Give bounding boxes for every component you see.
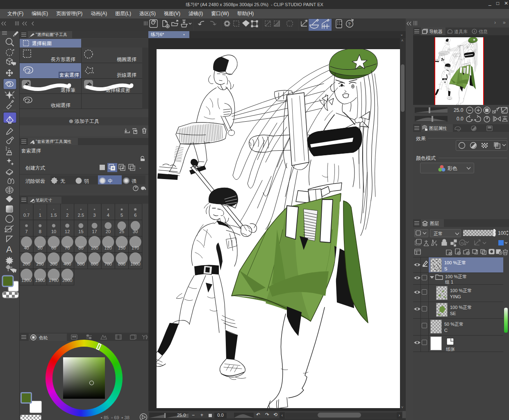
svg-text:200: 200 — [23, 261, 30, 266]
svg-text:150: 150 — [118, 245, 125, 250]
svg-text:0.7: 0.7 — [23, 213, 30, 218]
svg-text:100: 100 — [91, 245, 98, 250]
svg-text:2.5: 2.5 — [78, 213, 84, 218]
svg-text:2: 2 — [66, 213, 68, 218]
svg-text:10: 10 — [51, 229, 56, 234]
svg-text:500: 500 — [77, 261, 84, 266]
svg-text:800: 800 — [118, 261, 125, 266]
svg-text:1700: 1700 — [49, 278, 59, 283]
svg-text:12: 12 — [65, 229, 70, 234]
svg-text:1000: 1000 — [130, 261, 140, 266]
svg-text:70: 70 — [65, 245, 70, 250]
svg-text:7: 7 — [25, 229, 28, 234]
svg-text:50: 50 — [38, 245, 43, 250]
svg-text:20: 20 — [106, 229, 111, 234]
svg-text:1: 1 — [39, 213, 41, 218]
svg-text:15: 15 — [78, 229, 83, 234]
svg-text:3: 3 — [93, 213, 96, 218]
svg-text:25: 25 — [119, 229, 124, 234]
svg-text:?: ? — [348, 22, 350, 27]
svg-text:4: 4 — [107, 213, 109, 218]
svg-text:40: 40 — [24, 245, 29, 250]
svg-text:120: 120 — [105, 245, 112, 250]
svg-text:A: A — [6, 244, 12, 254]
svg-text:2000: 2000 — [62, 278, 72, 283]
svg-text:17: 17 — [92, 229, 97, 234]
svg-text:170: 170 — [132, 245, 139, 250]
svg-text:1.5: 1.5 — [50, 213, 57, 218]
svg-text:1500: 1500 — [35, 278, 45, 283]
svg-text:5: 5 — [120, 213, 123, 218]
svg-text:30: 30 — [133, 229, 138, 234]
svg-text:600: 600 — [91, 261, 98, 266]
svg-text:250: 250 — [36, 261, 44, 266]
svg-text:6: 6 — [134, 213, 136, 218]
svg-text:1200: 1200 — [21, 278, 31, 283]
svg-text:700: 700 — [105, 261, 112, 266]
svg-text:400: 400 — [64, 261, 71, 266]
svg-text:8: 8 — [39, 229, 41, 234]
svg-text:80: 80 — [78, 245, 83, 250]
svg-text:60: 60 — [51, 245, 56, 250]
svg-text:300: 300 — [50, 261, 57, 266]
